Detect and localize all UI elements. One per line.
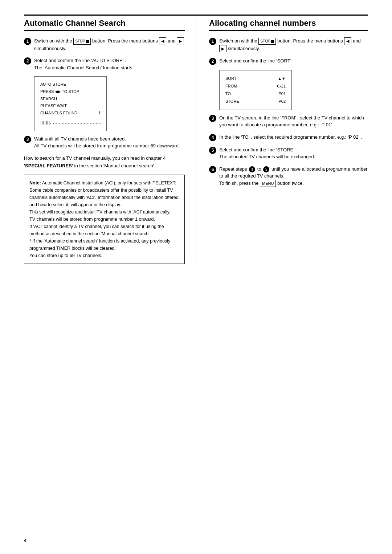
- left-step3-text1: Wait until all TV channels have been sto…: [34, 135, 185, 143]
- progress-bar: |||||||.................................…: [40, 119, 101, 126]
- screen-row2: PRESS ◀▶ TO STOP: [40, 88, 101, 95]
- manual-text: How to search for a TV channel manually,…: [24, 155, 185, 170]
- left-step-1: 1 Switch on with the STOP button. Press …: [24, 37, 185, 52]
- left-step-3-content: Wait until all TV channels have been sto…: [34, 135, 185, 150]
- menu-button: MENU: [260, 180, 276, 187]
- right-screen-c21: C-21: [277, 82, 286, 90]
- screen-wait: PLEASE WAIT: [40, 103, 67, 108]
- left-title: Automatic Channel Search: [24, 19, 185, 31]
- left-column: Automatic Channel Search 1 Switch on wit…: [24, 16, 196, 264]
- right-step6-ref5: 5: [263, 166, 269, 172]
- right-step-2: 2 Select and confirm the line ‘SORT’ .: [209, 57, 368, 65]
- right-step-number-6: 6: [209, 166, 216, 173]
- right-step2-text1: Select and confirm the line ‘SORT’ .: [219, 58, 294, 64]
- step-number-2: 2: [24, 57, 31, 65]
- step-number-1: 1: [24, 38, 31, 45]
- right-step4-text: In the line ‘TO’ , select the required p…: [219, 134, 362, 140]
- right-step1-text3: and: [353, 38, 361, 44]
- screen-press: PRESS ◀▶ TO STOP: [40, 89, 79, 94]
- right-screen-arrows: ▲▼: [278, 75, 286, 82]
- right-step5-text2: The allocated TV channels will be exchan…: [219, 153, 368, 160]
- right-step-3: 3 On the TV screen, in the line ‘FROM’ ,…: [209, 114, 368, 129]
- left-step-2-content: Select and confirm the line ‘AUTO STORE’…: [34, 57, 185, 71]
- right-screen-sort: SORT: [225, 75, 236, 82]
- right-screen-row4: STORE P02: [225, 98, 286, 105]
- left-step-1-content: Switch on with the STOP button. Press th…: [34, 37, 185, 52]
- right-step3-text: On the TV screen, in the line ‘FROM’ , s…: [219, 115, 364, 128]
- left-step1-text3: and: [168, 38, 176, 44]
- right-step-number-2: 2: [209, 58, 216, 65]
- right-step6-ref3: 3: [249, 166, 255, 172]
- stop-square-icon-left: [86, 40, 89, 43]
- page-number: 4: [24, 538, 26, 543]
- right-step1-text1: Switch on with the: [219, 38, 257, 44]
- left-step2-text1: Select and confirm the line ‘AUTO STORE’…: [34, 58, 126, 63]
- left-step-2: 2 Select and confirm the line ‘AUTO STOR…: [24, 57, 185, 71]
- right-step-1: 1 Switch on with the STOP button. Press …: [209, 37, 368, 52]
- stop-label-left: STOP: [75, 38, 85, 44]
- note-title: Note:: [29, 180, 41, 186]
- right-screen-store: STORE: [225, 98, 239, 105]
- right-screen-row1: SORT ▲▼: [225, 75, 286, 82]
- right-title: Allocating channel numbers: [209, 19, 368, 31]
- left-step2-text2: The ‘Automatic Channel Search’ function …: [34, 65, 134, 70]
- screen-row3: SEARCH: [40, 95, 101, 103]
- right-step-3-content: On the TV screen, in the line ‘FROM’ , s…: [219, 114, 368, 129]
- special-features-bold: 'SPECIAL FEATURES': [24, 163, 73, 168]
- right-step-number-3: 3: [209, 115, 216, 122]
- right-step-5: 5 Select and confirm the line ‘STORE’ . …: [209, 146, 368, 160]
- right-arrow-btn: ▶: [177, 37, 184, 45]
- right-step-number-4: 4: [209, 134, 216, 141]
- right-step6-text1: Repeat steps: [219, 166, 247, 172]
- screen-row5: CHANNELS FOUND: 1: [40, 110, 101, 117]
- right-step5-text1: Select and confirm the line ‘STORE’ .: [219, 146, 368, 154]
- stop-button-right: STOP: [258, 38, 276, 45]
- right-step-4: 4 In the line ‘TO’ , select the required…: [209, 134, 368, 141]
- right-step-5-content: Select and confirm the line ‘STORE’ . Th…: [219, 146, 368, 160]
- right-step-number-1: 1: [209, 38, 216, 45]
- left-step-3: 3 Wait until all TV channels have been s…: [24, 135, 185, 150]
- tv-screen-right: SORT ▲▼ FROM C-21 TO P01 STORE P02: [219, 70, 292, 110]
- left-step1-text1: Switch on with the: [34, 38, 72, 44]
- right-left-arrow-btn: ◀: [344, 37, 351, 45]
- right-step-number-5: 5: [209, 147, 216, 154]
- menu-label: MENU: [262, 181, 274, 186]
- left-arrow-btn: ◀: [159, 37, 166, 45]
- tv-screen-left: AUTO STORE PRESS ◀▶ TO STOP SEARCH PLEAS…: [34, 76, 107, 131]
- screen-row4: PLEASE WAIT: [40, 102, 101, 110]
- right-step-4-content: In the line ‘TO’ , select the required p…: [219, 134, 368, 141]
- screen-channels-val: 1: [98, 110, 101, 117]
- right-step6-text4: To finish, press the: [219, 180, 258, 186]
- right-screen-from: FROM: [225, 82, 237, 90]
- stop-square-icon-right: [271, 40, 274, 43]
- right-step6-text2: to: [257, 166, 261, 172]
- stop-button-left: STOP: [73, 38, 91, 45]
- screen-search: SEARCH: [40, 97, 57, 101]
- right-step-6: 6 Repeat steps 3 to 5 until you have all…: [209, 166, 368, 187]
- step-number-3-left: 3: [24, 136, 31, 143]
- left-step1-text2: button. Press the menu buttons: [92, 38, 158, 44]
- right-right-arrow-btn: ▶: [219, 45, 226, 53]
- note-box: Note: Automatic Channel Installation (AC…: [24, 175, 185, 264]
- right-screen-row3: TO P01: [225, 90, 286, 98]
- right-step1-text2: button. Press the menu buttons: [277, 38, 343, 44]
- right-step-2-content: Select and confirm the line ‘SORT’ .: [219, 57, 368, 65]
- right-screen-p01: P01: [278, 90, 286, 98]
- left-step3-text2: All TV channels will be stored from prog…: [34, 142, 185, 150]
- screen-row1: AUTO STORE: [40, 81, 101, 88]
- left-step1-text4: simultaneously.: [34, 46, 66, 51]
- right-step-6-content: Repeat steps 3 to 5 until you have alloc…: [219, 166, 368, 187]
- screen-channels-label: CHANNELS FOUND:: [40, 110, 78, 117]
- right-column: Allocating channel numbers 1 Switch on w…: [196, 16, 368, 264]
- right-step-1-content: Switch on with the STOP button. Press th…: [219, 37, 368, 52]
- right-screen-p02: P02: [278, 98, 286, 105]
- right-step6-text5: button twice.: [277, 180, 304, 186]
- right-screen-row2: FROM C-21: [225, 82, 286, 90]
- stop-label-right: STOP: [260, 38, 270, 44]
- right-step1-text4: simultaneously.: [228, 46, 260, 51]
- right-screen-to: TO: [225, 90, 231, 98]
